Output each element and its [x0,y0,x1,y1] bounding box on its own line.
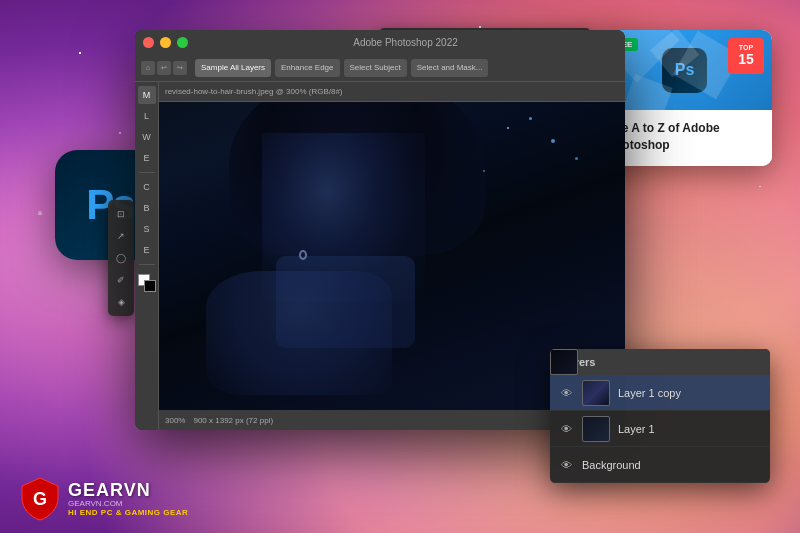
ps-left-panel: M L W E C B S E [135,82,159,430]
float-tool-move[interactable]: ↗ [111,226,131,246]
gearvn-subtitle: HI END PC & GAMING GEAR [68,508,188,517]
tool-lasso[interactable]: L [138,107,156,125]
num-text: 15 [738,52,754,67]
sample-all-layers-btn[interactable]: Sample All Layers [195,59,271,77]
layer-item-copy[interactable]: 👁 Layer 1 copy [550,375,770,411]
layer-thumb-copy [582,380,610,406]
layer-name-1: Layer 1 [618,423,762,435]
traffic-light-red[interactable] [143,37,154,48]
tool-clone[interactable]: S [138,220,156,238]
fg-color[interactable] [138,274,156,292]
tool-divider-2 [139,264,155,265]
canvas-info: 900 x 1392 px (72 ppi) [193,416,273,425]
window-title: Adobe Photoshop 2022 [194,37,617,48]
layer-thumb-1 [582,416,610,442]
tool-option-1[interactable]: ⌂ [141,61,155,75]
svg-text:G: G [33,489,47,509]
traffic-light-yellow[interactable] [160,37,171,48]
tool-wand[interactable]: W [138,128,156,146]
canvas-tab-label: revised-how-to-hair-brush.jpeg @ 300% (R… [165,87,343,96]
tool-brush[interactable]: B [138,199,156,217]
tool-move[interactable]: M [138,86,156,104]
gearvn-logo: G GEARVN GEARVN.COM HI END PC & GAMING G… [20,476,188,521]
traffic-light-green[interactable] [177,37,188,48]
top15-title: The A to Z of Adobe Photoshop [607,120,762,154]
tool-crop[interactable]: C [138,178,156,196]
enhance-edge-btn[interactable]: Enhance Edge [275,59,340,77]
layer-item-1[interactable]: 👁 Layer 1 [550,411,770,447]
layer-eye-copy[interactable]: 👁 [558,385,574,401]
canvas-zoom: 300% [165,416,185,425]
float-tool-lasso[interactable]: ◯ [111,248,131,268]
tool-eyedropper[interactable]: E [138,149,156,167]
layers-header: Layers [550,349,770,375]
hand-area [206,271,392,394]
tool-option-3[interactable]: ↪ [173,61,187,75]
float-tool-pen[interactable]: ✐ [111,270,131,290]
layer-eye-1[interactable]: 👁 [558,421,574,437]
float-tool-select[interactable]: ⊡ [111,204,131,224]
gearvn-url: GEARVN.COM [68,499,188,508]
top15-badge: TOP 15 [728,38,764,74]
gearvn-text-block: GEARVN GEARVN.COM HI END PC & GAMING GEA… [68,481,188,517]
tool-option-2[interactable]: ↩ [157,61,171,75]
layer-thumb-bg [550,349,578,375]
tool-eraser[interactable]: E [138,241,156,259]
ps-titlebar: Adobe Photoshop 2022 [135,30,625,54]
select-subject-btn[interactable]: Select Subject [344,59,407,77]
gearvn-shield-icon: G [20,476,60,521]
layer-item-bg[interactable]: 👁 Background [550,447,770,483]
select-mask-btn[interactable]: Select and Mask... [411,59,489,77]
sparkle-5 [483,170,485,172]
earring [299,250,307,260]
ps-toolbar-top: ⌂ ↩ ↪ Sample All Layers Enhance Edge Sel… [135,54,625,82]
layers-panel: Layers 👁 Layer 1 copy 👁 Layer 1 👁 Backgr… [550,349,770,483]
layer-eye-bg[interactable]: 👁 [558,457,574,473]
canvas-tab[interactable]: revised-how-to-hair-brush.jpeg @ 300% (R… [159,82,625,102]
float-tool-shape[interactable]: ◈ [111,292,131,312]
floating-toolbar: ⊡ ↗ ◯ ✐ ◈ [108,200,134,316]
gearvn-name: GEARVN [68,481,188,499]
layer-name-copy: Layer 1 copy [618,387,762,399]
layer-name-bg: Background [582,459,762,471]
tool-divider [139,172,155,173]
sparkle-3 [507,127,509,129]
